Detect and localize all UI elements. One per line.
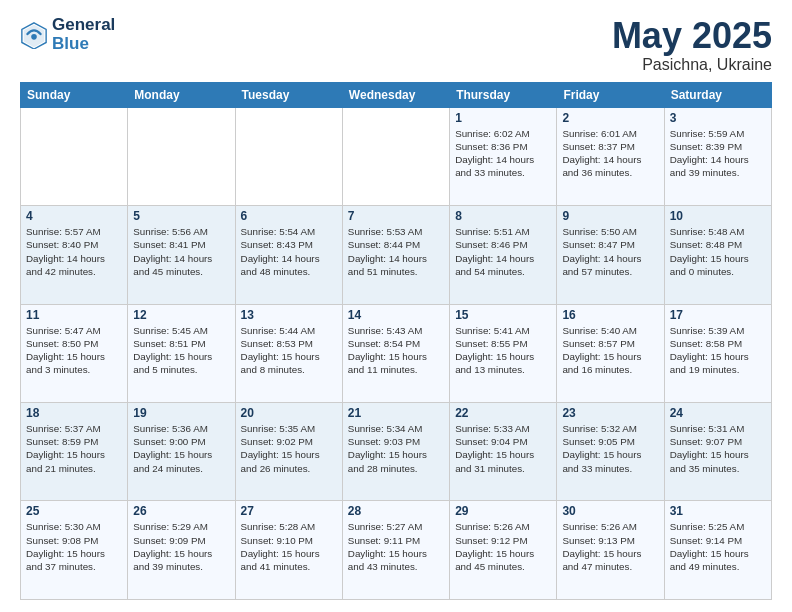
day-number: 26 [133,504,229,518]
calendar-cell: 27Sunrise: 5:28 AM Sunset: 9:10 PM Dayli… [235,501,342,600]
day-number: 18 [26,406,122,420]
day-number: 25 [26,504,122,518]
day-number: 9 [562,209,658,223]
calendar-week-5: 25Sunrise: 5:30 AM Sunset: 9:08 PM Dayli… [21,501,772,600]
calendar-cell: 28Sunrise: 5:27 AM Sunset: 9:11 PM Dayli… [342,501,449,600]
calendar-cell: 10Sunrise: 5:48 AM Sunset: 8:48 PM Dayli… [664,206,771,304]
calendar-cell: 18Sunrise: 5:37 AM Sunset: 8:59 PM Dayli… [21,403,128,501]
day-info: Sunrise: 5:41 AM Sunset: 8:55 PM Dayligh… [455,324,551,377]
calendar-cell [128,107,235,205]
calendar-cell: 14Sunrise: 5:43 AM Sunset: 8:54 PM Dayli… [342,304,449,402]
day-info: Sunrise: 5:57 AM Sunset: 8:40 PM Dayligh… [26,225,122,278]
day-info: Sunrise: 5:34 AM Sunset: 9:03 PM Dayligh… [348,422,444,475]
day-number: 17 [670,308,766,322]
day-info: Sunrise: 5:25 AM Sunset: 9:14 PM Dayligh… [670,520,766,573]
day-info: Sunrise: 5:56 AM Sunset: 8:41 PM Dayligh… [133,225,229,278]
calendar-cell: 5Sunrise: 5:56 AM Sunset: 8:41 PM Daylig… [128,206,235,304]
calendar-cell: 3Sunrise: 5:59 AM Sunset: 8:39 PM Daylig… [664,107,771,205]
weekday-header-tuesday: Tuesday [235,82,342,107]
logo-icon [20,21,48,49]
day-number: 16 [562,308,658,322]
day-info: Sunrise: 5:40 AM Sunset: 8:57 PM Dayligh… [562,324,658,377]
calendar-cell [21,107,128,205]
day-info: Sunrise: 5:32 AM Sunset: 9:05 PM Dayligh… [562,422,658,475]
day-info: Sunrise: 5:53 AM Sunset: 8:44 PM Dayligh… [348,225,444,278]
day-info: Sunrise: 5:26 AM Sunset: 9:12 PM Dayligh… [455,520,551,573]
day-number: 29 [455,504,551,518]
day-number: 23 [562,406,658,420]
calendar-week-2: 4Sunrise: 5:57 AM Sunset: 8:40 PM Daylig… [21,206,772,304]
day-number: 4 [26,209,122,223]
day-info: Sunrise: 5:30 AM Sunset: 9:08 PM Dayligh… [26,520,122,573]
day-info: Sunrise: 5:29 AM Sunset: 9:09 PM Dayligh… [133,520,229,573]
calendar-cell: 1Sunrise: 6:02 AM Sunset: 8:36 PM Daylig… [450,107,557,205]
day-number: 13 [241,308,337,322]
calendar-cell: 17Sunrise: 5:39 AM Sunset: 8:58 PM Dayli… [664,304,771,402]
weekday-header-row: SundayMondayTuesdayWednesdayThursdayFrid… [21,82,772,107]
calendar-cell: 9Sunrise: 5:50 AM Sunset: 8:47 PM Daylig… [557,206,664,304]
weekday-header-thursday: Thursday [450,82,557,107]
weekday-header-friday: Friday [557,82,664,107]
day-number: 24 [670,406,766,420]
day-number: 1 [455,111,551,125]
calendar-cell: 31Sunrise: 5:25 AM Sunset: 9:14 PM Dayli… [664,501,771,600]
day-number: 20 [241,406,337,420]
day-info: Sunrise: 5:26 AM Sunset: 9:13 PM Dayligh… [562,520,658,573]
calendar-cell: 15Sunrise: 5:41 AM Sunset: 8:55 PM Dayli… [450,304,557,402]
calendar-cell: 20Sunrise: 5:35 AM Sunset: 9:02 PM Dayli… [235,403,342,501]
day-number: 8 [455,209,551,223]
day-number: 27 [241,504,337,518]
calendar-cell: 23Sunrise: 5:32 AM Sunset: 9:05 PM Dayli… [557,403,664,501]
logo-text: General Blue [52,16,115,53]
day-info: Sunrise: 5:43 AM Sunset: 8:54 PM Dayligh… [348,324,444,377]
calendar-week-3: 11Sunrise: 5:47 AM Sunset: 8:50 PM Dayli… [21,304,772,402]
day-info: Sunrise: 5:35 AM Sunset: 9:02 PM Dayligh… [241,422,337,475]
weekday-header-monday: Monday [128,82,235,107]
day-number: 5 [133,209,229,223]
header: General Blue May 2025 Pasichna, Ukraine [20,16,772,74]
calendar-cell: 30Sunrise: 5:26 AM Sunset: 9:13 PM Dayli… [557,501,664,600]
day-info: Sunrise: 6:02 AM Sunset: 8:36 PM Dayligh… [455,127,551,180]
calendar-cell: 11Sunrise: 5:47 AM Sunset: 8:50 PM Dayli… [21,304,128,402]
day-info: Sunrise: 5:33 AM Sunset: 9:04 PM Dayligh… [455,422,551,475]
calendar-cell: 19Sunrise: 5:36 AM Sunset: 9:00 PM Dayli… [128,403,235,501]
calendar-cell: 16Sunrise: 5:40 AM Sunset: 8:57 PM Dayli… [557,304,664,402]
day-info: Sunrise: 5:54 AM Sunset: 8:43 PM Dayligh… [241,225,337,278]
day-number: 15 [455,308,551,322]
day-number: 3 [670,111,766,125]
day-number: 21 [348,406,444,420]
day-info: Sunrise: 5:37 AM Sunset: 8:59 PM Dayligh… [26,422,122,475]
day-number: 31 [670,504,766,518]
day-number: 14 [348,308,444,322]
calendar-week-4: 18Sunrise: 5:37 AM Sunset: 8:59 PM Dayli… [21,403,772,501]
title-block: May 2025 Pasichna, Ukraine [612,16,772,74]
calendar-cell: 21Sunrise: 5:34 AM Sunset: 9:03 PM Dayli… [342,403,449,501]
day-number: 10 [670,209,766,223]
calendar-cell: 4Sunrise: 5:57 AM Sunset: 8:40 PM Daylig… [21,206,128,304]
day-number: 30 [562,504,658,518]
day-number: 11 [26,308,122,322]
day-number: 28 [348,504,444,518]
day-number: 2 [562,111,658,125]
day-info: Sunrise: 5:31 AM Sunset: 9:07 PM Dayligh… [670,422,766,475]
calendar-cell [342,107,449,205]
calendar-cell: 12Sunrise: 5:45 AM Sunset: 8:51 PM Dayli… [128,304,235,402]
calendar-cell: 25Sunrise: 5:30 AM Sunset: 9:08 PM Dayli… [21,501,128,600]
day-info: Sunrise: 6:01 AM Sunset: 8:37 PM Dayligh… [562,127,658,180]
calendar-cell: 8Sunrise: 5:51 AM Sunset: 8:46 PM Daylig… [450,206,557,304]
day-info: Sunrise: 5:48 AM Sunset: 8:48 PM Dayligh… [670,225,766,278]
day-number: 12 [133,308,229,322]
logo: General Blue [20,16,115,53]
calendar-cell: 24Sunrise: 5:31 AM Sunset: 9:07 PM Dayli… [664,403,771,501]
calendar-cell: 13Sunrise: 5:44 AM Sunset: 8:53 PM Dayli… [235,304,342,402]
day-info: Sunrise: 5:50 AM Sunset: 8:47 PM Dayligh… [562,225,658,278]
day-info: Sunrise: 5:44 AM Sunset: 8:53 PM Dayligh… [241,324,337,377]
day-info: Sunrise: 5:36 AM Sunset: 9:00 PM Dayligh… [133,422,229,475]
day-number: 22 [455,406,551,420]
day-info: Sunrise: 5:28 AM Sunset: 9:10 PM Dayligh… [241,520,337,573]
day-info: Sunrise: 5:59 AM Sunset: 8:39 PM Dayligh… [670,127,766,180]
calendar-cell: 2Sunrise: 6:01 AM Sunset: 8:37 PM Daylig… [557,107,664,205]
calendar-cell [235,107,342,205]
calendar-cell: 22Sunrise: 5:33 AM Sunset: 9:04 PM Dayli… [450,403,557,501]
calendar-cell: 29Sunrise: 5:26 AM Sunset: 9:12 PM Dayli… [450,501,557,600]
